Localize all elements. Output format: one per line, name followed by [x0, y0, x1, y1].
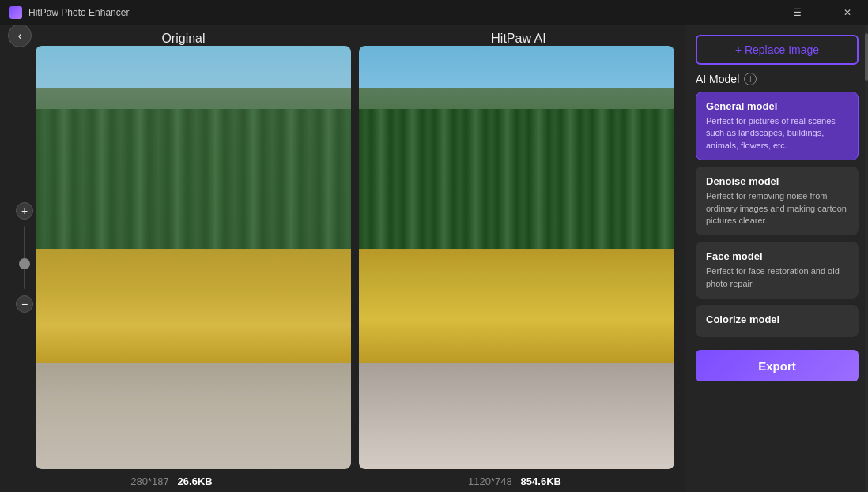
model-card-denoise[interactable]: Denoise model Perfect for removing noise…	[696, 167, 859, 235]
title-bar-left: HitPaw Photo Enhancer	[9, 6, 129, 19]
model-denoise-desc: Perfect for removing noise from ordinary…	[706, 190, 848, 227]
image-info: 280*187 26.6KB 1120*748 854.6KB	[0, 469, 686, 492]
zoom-in-button[interactable]: +	[16, 202, 33, 220]
original-dimensions: 280*187	[130, 475, 168, 487]
enhanced-image	[359, 46, 674, 469]
model-colorize-name: Colorize model	[706, 314, 848, 325]
model-general-desc: Perfect for pictures of real scenes such…	[706, 115, 848, 152]
enhanced-image-panel	[359, 46, 674, 469]
model-card-face[interactable]: Face model Perfect for face restoration …	[696, 242, 859, 299]
original-image	[36, 46, 351, 469]
close-button[interactable]: ✕	[836, 5, 859, 21]
model-denoise-name: Denoise model	[706, 175, 848, 187]
images-container: + −	[0, 46, 686, 469]
model-card-general[interactable]: General model Perfect for pictures of re…	[696, 92, 859, 160]
model-general-name: General model	[706, 100, 848, 112]
title-bar: HitPaw Photo Enhancer ☰ — ✕	[0, 0, 868, 25]
scrollbar-track	[865, 25, 868, 492]
app-icon	[9, 6, 22, 19]
zoom-out-button[interactable]: −	[16, 295, 33, 313]
scrollbar-thumb[interactable]	[865, 33, 868, 81]
window-controls: ☰ — ✕	[786, 5, 859, 21]
model-face-name: Face model	[706, 250, 848, 262]
main-content: ‹ Original HitPaw AI + −	[0, 25, 868, 492]
original-info: 280*187 26.6KB	[0, 475, 343, 487]
original-image-panel	[36, 46, 351, 469]
hitpaw-label: HitPaw AI	[351, 32, 686, 46]
zoom-controls: + −	[16, 202, 33, 313]
model-card-colorize[interactable]: Colorize model	[696, 305, 859, 337]
zoom-thumb	[19, 258, 30, 269]
minimize-button[interactable]: —	[811, 5, 833, 21]
enhanced-info: 1120*748 854.6KB	[343, 475, 686, 487]
right-panel: + Replace Image AI Model i General model…	[686, 25, 868, 492]
info-icon[interactable]: i	[744, 73, 757, 85]
menu-button[interactable]: ☰	[786, 5, 808, 21]
enhanced-dimensions: 1120*748	[468, 475, 512, 487]
app-title: HitPaw Photo Enhancer	[28, 7, 129, 18]
zoom-track[interactable]	[24, 226, 25, 289]
replace-image-button[interactable]: + Replace Image	[696, 35, 859, 65]
enhanced-size: 854.6KB	[521, 475, 561, 487]
original-label: Original	[16, 32, 351, 46]
right-panel-inner: AI Model i General model Perfect for pic…	[696, 73, 859, 483]
export-button[interactable]: Export	[696, 350, 859, 381]
model-face-desc: Perfect for face restoration and old pho…	[706, 265, 848, 290]
original-size: 26.6KB	[178, 475, 213, 487]
ai-model-label: AI Model	[696, 73, 739, 85]
image-area: ‹ Original HitPaw AI + −	[0, 25, 686, 492]
ai-model-header: AI Model i	[696, 73, 859, 85]
